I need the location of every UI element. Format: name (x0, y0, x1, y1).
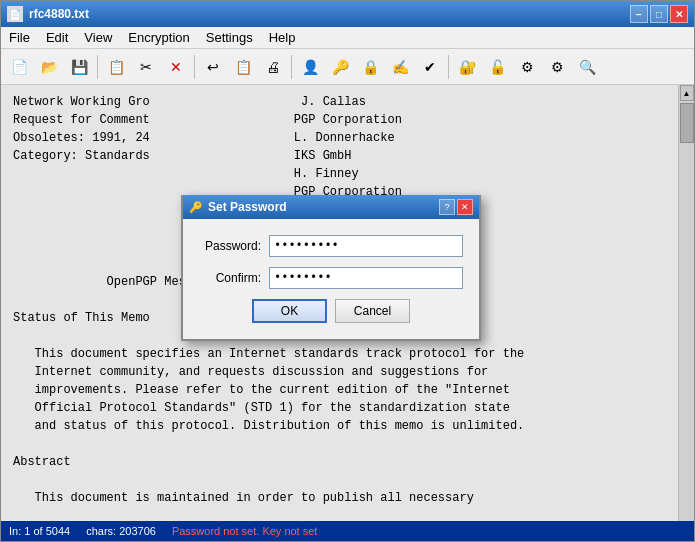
settings1-button[interactable]: ⚙ (513, 53, 541, 81)
open-button[interactable]: 📂 (35, 53, 63, 81)
print-button[interactable]: 🖨 (259, 53, 287, 81)
dialog-title-left: 🔑 Set Password (189, 200, 287, 214)
dialog-title-text: Set Password (208, 200, 287, 214)
status-chars: chars: 203706 (86, 525, 156, 537)
sign-button[interactable]: ✍ (386, 53, 414, 81)
confirm-row: Confirm: (199, 267, 463, 289)
menu-encryption[interactable]: Encryption (120, 29, 197, 46)
password-label: Password: (199, 239, 269, 253)
password-input[interactable] (269, 235, 463, 257)
ok-button[interactable]: OK (252, 299, 327, 323)
status-bar: In: 1 of 5044 chars: 203706 Password not… (1, 521, 694, 541)
toolbar-separator-2 (194, 55, 195, 79)
dialog-title-bar: 🔑 Set Password ? ✕ (183, 195, 479, 219)
main-window: 📄 rfc4880.txt − □ ✕ File Edit View Encry… (0, 0, 695, 542)
dialog-buttons: OK Cancel (199, 299, 463, 323)
menu-settings[interactable]: Settings (198, 29, 261, 46)
confirm-label: Confirm: (199, 271, 269, 285)
key-button[interactable]: 🔑 (326, 53, 354, 81)
close-button[interactable]: ✕ (670, 5, 688, 23)
app-icon: 📄 (7, 6, 23, 22)
status-warning: Password not set. Key not set (172, 525, 318, 537)
cut-button[interactable]: ✂ (132, 53, 160, 81)
zoom-button[interactable]: 🔍 (573, 53, 601, 81)
window-controls: − □ ✕ (630, 5, 688, 23)
minimize-button[interactable]: − (630, 5, 648, 23)
toolbar-separator-4 (448, 55, 449, 79)
status-position: In: 1 of 5044 (9, 525, 70, 537)
dialog-body: Password: Confirm: OK Cancel (183, 219, 479, 339)
settings2-button[interactable]: ⚙ (543, 53, 571, 81)
dialog-close-button[interactable]: ✕ (457, 199, 473, 215)
window-title: rfc4880.txt (29, 7, 89, 21)
dialog-help-button[interactable]: ? (439, 199, 455, 215)
verify-button[interactable]: ✔ (416, 53, 444, 81)
confirm-input[interactable] (269, 267, 463, 289)
lock-button[interactable]: 🔒 (356, 53, 384, 81)
password-row: Password: (199, 235, 463, 257)
dialog-title-icon: 🔑 (189, 201, 203, 214)
menu-help[interactable]: Help (261, 29, 304, 46)
menu-bar: File Edit View Encryption Settings Help (1, 27, 694, 49)
cancel-button[interactable]: Cancel (335, 299, 410, 323)
toolbar-separator-3 (291, 55, 292, 79)
menu-edit[interactable]: Edit (38, 29, 76, 46)
toolbar: 📄 📂 💾 📋 ✂ ✕ ↩ 📋 🖨 👤 🔑 🔒 ✍ ✔ 🔐 🔓 ⚙ ⚙ 🔍 (1, 49, 694, 85)
undo-button[interactable]: ↩ (199, 53, 227, 81)
user-button[interactable]: 👤 (296, 53, 324, 81)
delete-button[interactable]: ✕ (162, 53, 190, 81)
redo-button[interactable]: 📋 (229, 53, 257, 81)
toolbar-separator-1 (97, 55, 98, 79)
menu-file[interactable]: File (1, 29, 38, 46)
new-button[interactable]: 📄 (5, 53, 33, 81)
encrypt-button[interactable]: 🔐 (453, 53, 481, 81)
content-area: Network Working Gro J. Callas Request fo… (1, 85, 694, 521)
dialog-title-buttons: ? ✕ (439, 199, 473, 215)
save-button[interactable]: 💾 (65, 53, 93, 81)
decrypt-button[interactable]: 🔓 (483, 53, 511, 81)
copy-button[interactable]: 📋 (102, 53, 130, 81)
set-password-dialog: 🔑 Set Password ? ✕ Password: Con (181, 195, 481, 341)
menu-view[interactable]: View (76, 29, 120, 46)
title-bar: 📄 rfc4880.txt − □ ✕ (1, 1, 694, 27)
modal-overlay: 🔑 Set Password ? ✕ Password: Con (1, 85, 694, 521)
maximize-button[interactable]: □ (650, 5, 668, 23)
title-bar-left: 📄 rfc4880.txt (7, 6, 89, 22)
